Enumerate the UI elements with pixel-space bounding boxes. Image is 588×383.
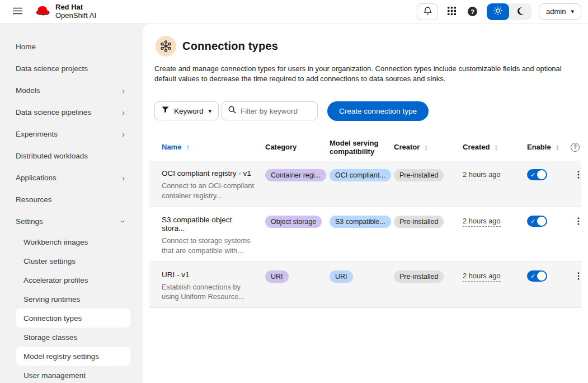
user-menu[interactable]: admin ▾	[539, 3, 581, 20]
created-timestamp[interactable]: 2 hours ago	[463, 217, 501, 227]
caret-down-icon: ▾	[571, 8, 574, 15]
sidebar-item-settings[interactable]: Settings›	[0, 211, 136, 232]
created-cell: 2 hours ago	[456, 207, 520, 261]
sidebar-item-experiments[interactable]: Experiments›	[0, 123, 136, 145]
product-name: OpenShift AI	[55, 12, 96, 20]
name-cell: OCI compliant registry - v1Connect to an…	[149, 161, 258, 207]
sidebar-item-applications[interactable]: Applications›	[0, 167, 136, 189]
sidebar-item-resources[interactable]: Resources	[0, 189, 136, 211]
enable-cell: ✓	[520, 207, 564, 261]
actions-cell: ⋮	[564, 207, 588, 261]
compatibility-cell: OCI compliant...	[323, 161, 387, 207]
connection-description: Establish connections by using Uniform R…	[162, 282, 255, 302]
column-header-category: Category	[258, 143, 323, 151]
redhat-fedora-icon	[34, 4, 51, 20]
sidebar-item-data-science-pipelines[interactable]: Data science pipelines›	[0, 101, 136, 123]
switch-knob	[537, 217, 546, 226]
nav-toggle-button[interactable]	[10, 4, 25, 19]
create-connection-type-button[interactable]: Create connection type	[327, 101, 429, 121]
page-title: Connection types	[182, 40, 278, 53]
search-icon	[228, 106, 236, 116]
kebab-menu-button[interactable]: ⋮	[571, 270, 586, 282]
column-header-name[interactable]: Name ↑	[149, 143, 258, 151]
search-input[interactable]	[241, 107, 311, 115]
chevron-down-icon: ›	[119, 220, 128, 223]
actions-cell: ⋮	[564, 262, 588, 308]
creator-cell: Pre-installed	[387, 161, 456, 207]
sidebar-item-storage-classes[interactable]: Storage classes	[16, 328, 130, 347]
sort-icon[interactable]: ↕	[424, 143, 428, 151]
created-cell: 2 hours ago	[456, 262, 520, 308]
kebab-menu-button[interactable]: ⋮	[571, 169, 586, 180]
search-box	[222, 101, 318, 120]
creator-cell: Pre-installed	[387, 262, 456, 308]
table-row: S3 compatible object stora...Connect to …	[149, 207, 581, 262]
filter-icon	[162, 106, 169, 115]
sort-ascending-icon[interactable]: ↑	[186, 143, 190, 151]
sort-icon[interactable]: ↕	[494, 143, 498, 151]
category-cell: URI	[258, 262, 323, 308]
sidebar-item-user-management[interactable]: User management	[16, 366, 130, 383]
sidebar-item-label: Settings	[16, 217, 122, 226]
main-content: Connection types Create and manage conne…	[143, 24, 588, 383]
sidebar-item-label: Model registry settings	[23, 352, 99, 361]
enable-switch[interactable]: ✓	[527, 270, 547, 282]
name-cell: URI - v1Establish connections by using U…	[149, 262, 258, 308]
created-timestamp[interactable]: 2 hours ago	[463, 272, 501, 282]
notifications-button[interactable]	[417, 3, 438, 20]
sidebar-item-label: Experiments	[16, 130, 122, 138]
theme-light-button[interactable]	[487, 3, 509, 20]
sidebar-item-model-registry-settings[interactable]: Model registry settings	[16, 347, 130, 366]
enable-switch[interactable]: ✓	[527, 216, 547, 227]
column-header-actions: ?	[564, 143, 581, 152]
actions-cell: ⋮	[564, 161, 588, 207]
enable-help-icon[interactable]: ?	[571, 143, 580, 152]
switch-knob	[537, 272, 546, 281]
chevron-right-icon: ›	[122, 130, 125, 138]
help-button[interactable]: ?	[465, 4, 479, 18]
compatibility-label: URI	[330, 270, 353, 283]
category-cell: Container regi...	[258, 161, 323, 207]
sidebar-item-label: Home	[16, 43, 125, 51]
category-cell: Object storage	[258, 207, 323, 261]
switch-knob	[537, 170, 546, 179]
sidebar-item-label: Serving runtimes	[23, 295, 80, 303]
connection-name[interactable]: S3 compatible object stora...	[162, 216, 255, 232]
sidebar-item-label: Data science projects	[16, 64, 125, 73]
category-label: URI	[265, 270, 289, 283]
created-cell: 2 hours ago	[456, 161, 520, 207]
kebab-menu-button[interactable]: ⋮	[571, 216, 586, 227]
sidebar-item-label: Distributed workloads	[16, 152, 125, 160]
app-launcher-button[interactable]	[445, 4, 458, 19]
check-icon: ✓	[530, 171, 535, 179]
column-header-created[interactable]: Created ↕	[456, 143, 520, 151]
connection-name[interactable]: URI - v1	[162, 270, 255, 279]
sidebar-item-label: Storage classes	[23, 333, 77, 342]
theme-dark-button[interactable]	[509, 3, 531, 20]
sort-icon[interactable]: ↕	[556, 143, 559, 151]
connection-name[interactable]: OCI compliant registry - v1	[162, 169, 255, 178]
sidebar-item-serving-runtimes[interactable]: Serving runtimes	[16, 289, 130, 309]
chevron-right-icon: ›	[122, 108, 125, 116]
grid-icon	[448, 7, 456, 17]
hamburger-icon	[13, 7, 22, 16]
enable-switch[interactable]: ✓	[527, 169, 547, 180]
column-header-enable[interactable]: Enable ↕	[520, 143, 564, 151]
connection-description: Connect to an OCI-compliant container re…	[162, 181, 255, 201]
sidebar-item-label: Models	[16, 86, 122, 95]
help-icon: ?	[468, 7, 477, 16]
keyword-filter-dropdown[interactable]: Keyword ▾	[154, 101, 219, 120]
sidebar-item-label: Applications	[16, 174, 122, 182]
app-logo[interactable]: Red Hat OpenShift AI	[34, 3, 96, 20]
sidebar-item-models[interactable]: Models›	[0, 80, 136, 101]
sidebar-item-home[interactable]: Home	[0, 36, 136, 58]
compatibility-label: S3 compatible...	[330, 216, 391, 228]
sidebar-item-distributed-workloads[interactable]: Distributed workloads	[0, 145, 136, 167]
sidebar-item-workbench-images[interactable]: Workbench images	[16, 232, 130, 251]
created-timestamp[interactable]: 2 hours ago	[463, 170, 501, 180]
sidebar-item-cluster-settings[interactable]: Cluster settings	[16, 251, 130, 270]
sidebar-item-connection-types[interactable]: Connection types	[16, 309, 130, 328]
sidebar-item-data-science-projects[interactable]: Data science projects	[0, 58, 136, 80]
sidebar-item-accelerator-profiles[interactable]: Accelerator profiles	[16, 270, 130, 289]
column-header-creator[interactable]: Creator ↕	[387, 143, 456, 151]
